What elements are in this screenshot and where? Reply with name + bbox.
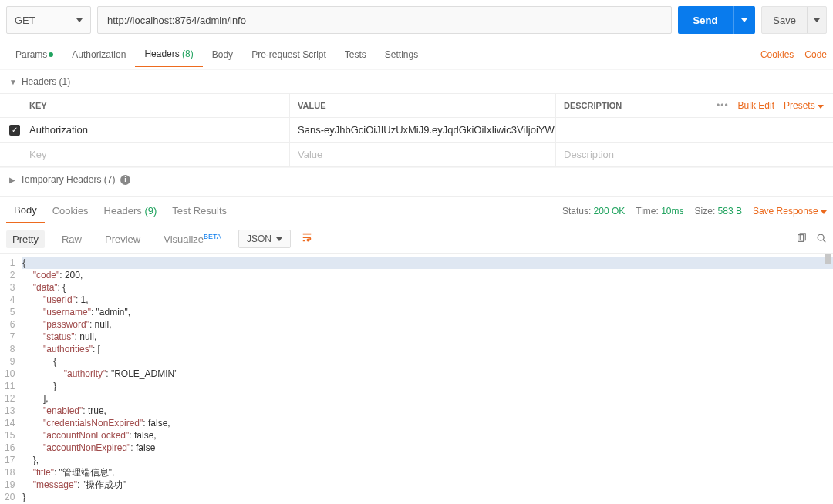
response-body: 1234567891011121314151617181920 { "code"…: [0, 254, 833, 504]
check-icon: ✓: [9, 125, 20, 136]
info-icon[interactable]: i: [120, 175, 130, 185]
line-gutter: 1234567891011121314151617181920: [0, 257, 22, 503]
save-label: Save: [762, 15, 807, 26]
row-key[interactable]: Authorization: [29, 124, 289, 136]
view-visualize[interactable]: VisualizeBETA: [157, 230, 228, 248]
row-value[interactable]: Sans-eyJhbGciOiJIUzUxMiJ9.eyJqdGkiOiIxIi…: [289, 118, 555, 142]
row-checkbox[interactable]: ✓: [0, 125, 29, 136]
col-desc: DESCRIPTION: [555, 94, 707, 117]
chevron-down-icon: [76, 18, 83, 22]
tab-resp-tests[interactable]: Test Results: [164, 199, 234, 223]
tab-resp-body[interactable]: Body: [6, 198, 45, 223]
tab-resp-headers[interactable]: Headers (9): [96, 199, 165, 223]
change-dot-icon: [49, 52, 53, 57]
save-button[interactable]: Save: [761, 6, 827, 34]
svg-point-2: [818, 234, 824, 240]
url-input[interactable]: [97, 6, 672, 34]
chevron-down-icon: ▼: [9, 78, 17, 86]
size-meta: Size: 583 B: [695, 206, 742, 217]
scrollbar-thumb[interactable]: [825, 254, 831, 264]
response-tabs: Body Cookies Headers (9) Test Results St…: [0, 196, 833, 225]
section-count: (1): [59, 76, 71, 87]
status-meta: Status: 200 OK: [562, 206, 625, 217]
section-count: (7): [104, 174, 116, 185]
send-dropdown[interactable]: [733, 6, 755, 34]
send-button[interactable]: Send: [678, 6, 756, 34]
bulk-edit-link[interactable]: Bulk Edit: [738, 100, 774, 111]
method-select[interactable]: GET: [6, 6, 91, 34]
section-title: Headers: [22, 76, 56, 87]
row-desc[interactable]: [555, 118, 833, 142]
table-row-new: Key Value Description: [0, 143, 833, 167]
view-pretty[interactable]: Pretty: [6, 230, 45, 248]
tab-settings[interactable]: Settings: [376, 43, 427, 66]
chevron-down-icon: [818, 105, 824, 109]
tab-resp-cookies[interactable]: Cookies: [45, 199, 96, 223]
chevron-down-icon: [741, 18, 747, 22]
section-title: Temporary Headers: [20, 174, 101, 185]
col-key: KEY: [0, 101, 289, 110]
key-input[interactable]: Key: [29, 149, 289, 160]
headers-section-header[interactable]: ▼ Headers (1): [0, 69, 833, 93]
desc-input[interactable]: Description: [555, 143, 833, 166]
response-view-bar: Pretty Raw Preview VisualizeBETA JSON: [0, 225, 833, 254]
request-tabs: Params Authorization Headers (8) Body Pr…: [0, 40, 833, 69]
cookies-link[interactable]: Cookies: [760, 49, 794, 60]
time-meta: Time: 10ms: [636, 206, 683, 217]
presets-link[interactable]: Presets: [784, 100, 824, 111]
code-content[interactable]: { "code": 200, "data": { "userId": 1, "u…: [22, 257, 833, 503]
method-value: GET: [15, 15, 35, 26]
chevron-down-icon: [814, 18, 820, 22]
chevron-down-icon: [276, 237, 282, 241]
tab-headers[interactable]: Headers (8): [135, 42, 202, 67]
tab-body[interactable]: Body: [203, 43, 242, 66]
col-value: VALUE: [289, 94, 555, 117]
copy-icon[interactable]: [796, 233, 807, 246]
tab-tests[interactable]: Tests: [336, 43, 376, 66]
view-raw[interactable]: Raw: [56, 230, 88, 248]
temp-headers-header[interactable]: ▶ Temporary Headers (7) i: [0, 167, 833, 191]
tab-authorization[interactable]: Authorization: [62, 43, 135, 66]
save-response-link[interactable]: Save Response: [753, 206, 827, 217]
save-dropdown[interactable]: [807, 7, 826, 33]
send-label: Send: [678, 15, 734, 26]
tab-params[interactable]: Params: [6, 43, 62, 66]
chevron-right-icon: ▶: [9, 176, 15, 184]
more-icon[interactable]: •••: [717, 100, 729, 111]
format-select[interactable]: JSON: [238, 230, 291, 248]
chevron-down-icon: [821, 210, 827, 214]
view-preview[interactable]: Preview: [99, 230, 147, 248]
headers-table-head: KEY VALUE DESCRIPTION ••• Bulk Edit Pres…: [0, 93, 833, 118]
wrap-lines-icon[interactable]: [302, 232, 312, 246]
value-input[interactable]: Value: [289, 143, 555, 166]
tab-prerequest[interactable]: Pre-request Script: [242, 43, 336, 66]
code-link[interactable]: Code: [804, 49, 827, 60]
table-row: ✓ Authorization Sans-eyJhbGciOiJIUzUxMiJ…: [0, 118, 833, 143]
search-icon[interactable]: [816, 233, 827, 246]
